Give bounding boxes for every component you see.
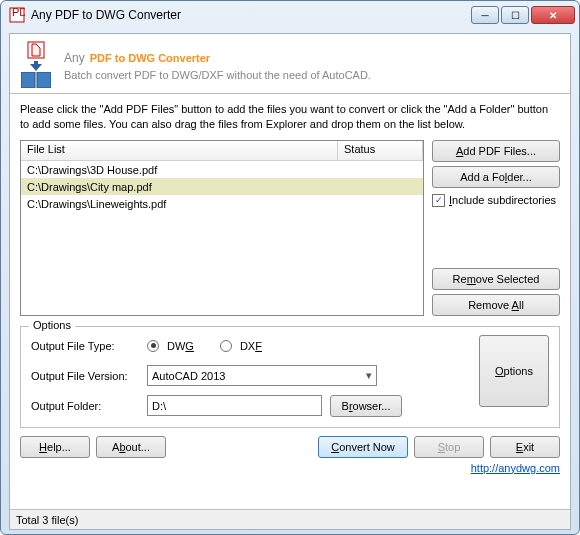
file-list-header: File List Status: [21, 141, 423, 161]
output-version-select[interactable]: AutoCAD 2013: [147, 365, 377, 386]
svg-rect-4: [37, 72, 51, 88]
output-version-label: Output File Version:: [31, 370, 139, 382]
exit-button[interactable]: Exit: [490, 436, 560, 458]
help-button[interactable]: Help...: [20, 436, 90, 458]
titlebar: PDF Any PDF to DWG Converter ─ ☐ ✕: [1, 1, 579, 29]
header-subtitle: Batch convert PDF to DWG/DXF without the…: [64, 69, 371, 81]
maximize-button[interactable]: ☐: [501, 6, 529, 24]
radio-dwg[interactable]: [147, 340, 159, 352]
file-list-item[interactable]: C:\Drawings\City map.pdf: [21, 178, 423, 195]
instructions-text: Please click the "Add PDF Files" button …: [20, 102, 560, 132]
status-text: Total 3 file(s): [16, 514, 78, 526]
window-title: Any PDF to DWG Converter: [31, 8, 471, 22]
status-bar: Total 3 file(s): [10, 509, 570, 529]
browser-button[interactable]: Browser...: [330, 395, 402, 417]
check-icon: ✓: [432, 194, 445, 207]
header-banner: Any PDF to DWG Converter Batch convert P…: [10, 34, 570, 94]
output-folder-label: Output Folder:: [31, 400, 139, 412]
file-list-item[interactable]: C:\Drawings\Lineweights.pdf: [21, 195, 423, 212]
app-window: PDF Any PDF to DWG Converter ─ ☐ ✕ Any P…: [0, 0, 580, 535]
radio-dxf[interactable]: [220, 340, 232, 352]
file-list-item[interactable]: C:\Drawings\3D House.pdf: [21, 161, 423, 178]
svg-text:PDF: PDF: [12, 7, 25, 18]
remove-selected-button[interactable]: Remove Selected: [432, 268, 560, 290]
column-file[interactable]: File List: [21, 141, 338, 160]
output-type-label: Output File Type:: [31, 340, 139, 352]
header-icons: [18, 40, 54, 88]
add-pdf-files-button[interactable]: Add PDF Files...: [432, 140, 560, 162]
about-button[interactable]: About...: [96, 436, 166, 458]
remove-all-button[interactable]: Remove All: [432, 294, 560, 316]
options-group: Options Output File Type: DWG DXF Output…: [20, 326, 560, 428]
add-folder-button[interactable]: Add a Folder...: [432, 166, 560, 188]
minimize-button[interactable]: ─: [471, 6, 499, 24]
close-button[interactable]: ✕: [531, 6, 575, 24]
options-button[interactable]: Options: [479, 335, 549, 407]
content-panel: Any PDF to DWG Converter Batch convert P…: [9, 33, 571, 530]
svg-rect-3: [21, 72, 35, 88]
radio-dwg-label[interactable]: DWG: [167, 340, 194, 352]
app-icon: PDF: [9, 7, 25, 23]
website-link[interactable]: http://anydwg.com: [20, 462, 560, 474]
radio-dxf-label[interactable]: DXF: [240, 340, 262, 352]
file-list[interactable]: File List Status C:\Drawings\3D House.pd…: [20, 140, 424, 316]
convert-now-button[interactable]: Convert Now: [318, 436, 408, 458]
stop-button: Stop: [414, 436, 484, 458]
header-title: Any PDF to DWG Converter: [64, 46, 371, 67]
output-folder-input[interactable]: D:\: [147, 395, 322, 416]
column-status[interactable]: Status: [338, 141, 423, 160]
footer-buttons: Help... About... Convert Now Stop Exit: [20, 436, 560, 458]
options-legend: Options: [29, 319, 75, 331]
include-subdirectories-checkbox[interactable]: ✓ Include subdirectories: [432, 194, 560, 207]
